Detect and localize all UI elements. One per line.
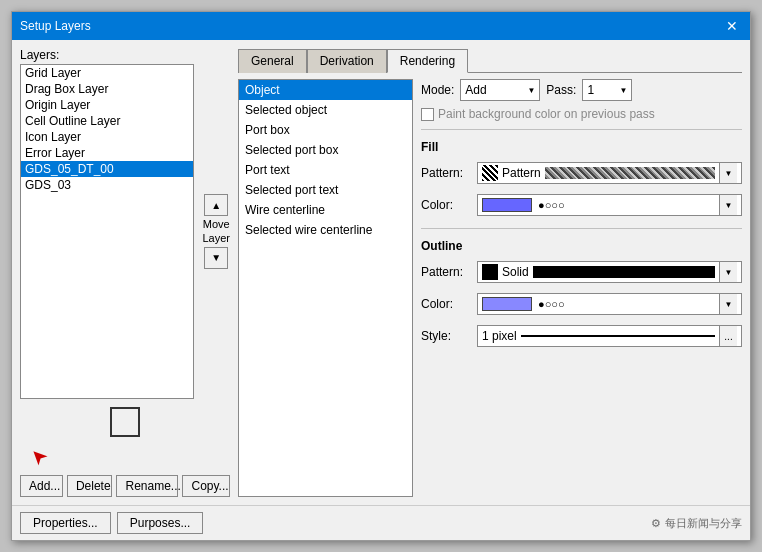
delete-button[interactable]: Delete — [67, 475, 113, 497]
outline-pattern-value: Solid — [502, 265, 529, 279]
render-list-item[interactable]: Object — [239, 80, 412, 100]
add-button[interactable]: Add... — [20, 475, 63, 497]
outline-color-dropdown[interactable]: ▼ — [719, 294, 737, 314]
divider-1 — [421, 129, 742, 130]
style-ctrl[interactable]: 1 pixel ... — [477, 325, 742, 347]
arrow-area: ➤ — [20, 445, 230, 469]
outline-pattern-label: Pattern: — [421, 265, 471, 279]
layer-item[interactable]: Error Layer — [21, 145, 193, 161]
paint-bg-checkbox[interactable] — [421, 108, 434, 121]
render-list-item[interactable]: Wire centerline — [239, 200, 412, 220]
bottom-buttons: Add... Delete Rename... Copy... — [20, 475, 230, 497]
fill-pattern-label: Pattern: — [421, 166, 471, 180]
tab-derivation[interactable]: Derivation — [307, 49, 387, 73]
right-panel: General Derivation Rendering ObjectSelec… — [238, 48, 742, 497]
left-panel: Layers: Grid LayerDrag Box LayerOrigin L… — [20, 48, 230, 497]
style-line — [521, 335, 715, 337]
dialog-title: Setup Layers — [20, 19, 91, 33]
watermark-text: 每日新闻与分享 — [665, 516, 742, 531]
style-row: Style: 1 pixel ... — [421, 325, 742, 347]
fill-color-label: Color: — [421, 198, 471, 212]
properties-button[interactable]: Properties... — [20, 512, 111, 534]
red-arrow-icon: ➤ — [24, 443, 53, 472]
move-layer-label: MoveLayer — [202, 218, 230, 244]
setup-layers-dialog: Setup Layers ✕ Layers: Grid LayerDrag Bo… — [11, 11, 751, 541]
move-up-button[interactable]: ▲ — [204, 194, 228, 216]
title-bar: Setup Layers ✕ — [12, 12, 750, 40]
layer-item[interactable]: Grid Layer — [21, 65, 193, 81]
outline-color-ctrl[interactable]: ●○○○ ▼ — [477, 293, 742, 315]
pass-dropdown-arrow: ▼ — [619, 86, 627, 95]
fill-pattern-ctrl[interactable]: Pattern ▼ — [477, 162, 742, 184]
outline-color-dots: ●○○○ — [538, 298, 713, 310]
style-label: Style: — [421, 329, 471, 343]
mode-dropdown-arrow: ▼ — [527, 86, 535, 95]
layer-item[interactable]: GDS_03 — [21, 177, 193, 193]
pass-select[interactable]: 1 ▼ — [582, 79, 632, 101]
close-button[interactable]: ✕ — [722, 16, 742, 36]
watermark-icon: ⚙ — [651, 517, 661, 530]
fill-color-swatch — [482, 198, 532, 212]
mode-select[interactable]: Add ▼ — [460, 79, 540, 101]
outline-label: Outline — [421, 239, 742, 253]
fill-pattern-row: Pattern: Pattern ▼ — [421, 162, 742, 184]
fill-color-dropdown[interactable]: ▼ — [719, 195, 737, 215]
mode-row: Mode: Add ▼ Pass: 1 ▼ — [421, 79, 742, 101]
layers-row: Grid LayerDrag Box LayerOrigin LayerCell… — [20, 64, 230, 399]
render-list-item[interactable]: Selected object — [239, 100, 412, 120]
footer-left: Properties... Purposes... — [20, 512, 203, 534]
copy-button[interactable]: Copy... — [182, 475, 230, 497]
purposes-button[interactable]: Purposes... — [117, 512, 204, 534]
move-down-button[interactable]: ▼ — [204, 247, 228, 269]
layers-list[interactable]: Grid LayerDrag Box LayerOrigin LayerCell… — [20, 64, 194, 399]
outline-solid-bar — [533, 266, 715, 278]
tab-general[interactable]: General — [238, 49, 307, 73]
outline-color-row: Color: ●○○○ ▼ — [421, 293, 742, 315]
outline-pattern-row: Pattern: Solid ▼ — [421, 261, 742, 283]
outline-pattern-dropdown[interactable]: ▼ — [719, 262, 737, 282]
render-list[interactable]: ObjectSelected objectPort boxSelected po… — [238, 79, 413, 497]
layer-item[interactable]: Drag Box Layer — [21, 81, 193, 97]
footer-right: ⚙ 每日新闻与分享 — [651, 516, 742, 531]
outline-color-label: Color: — [421, 297, 471, 311]
render-list-item[interactable]: Selected port text — [239, 180, 412, 200]
fill-color-dots: ●○○○ — [538, 199, 713, 211]
outline-pattern-ctrl[interactable]: Solid ▼ — [477, 261, 742, 283]
divider-2 — [421, 228, 742, 229]
layer-item[interactable]: GDS_05_DT_00 — [21, 161, 193, 177]
move-controls: ▲ MoveLayer ▼ — [202, 64, 230, 399]
selection-indicator — [110, 407, 140, 437]
fill-pattern-dropdown[interactable]: ▼ — [719, 163, 737, 183]
settings-panel: Mode: Add ▼ Pass: 1 ▼ — [421, 79, 742, 497]
mode-value: Add — [465, 83, 486, 97]
selection-box-area — [20, 403, 230, 441]
outline-pattern-icon — [482, 264, 498, 280]
render-list-item[interactable]: Selected wire centerline — [239, 220, 412, 240]
layer-item[interactable]: Origin Layer — [21, 97, 193, 113]
fill-pattern-value: Pattern — [502, 166, 541, 180]
paint-bg-row: Paint background color on previous pass — [421, 107, 742, 121]
fill-pattern-stripe — [545, 167, 715, 179]
fill-label: Fill — [421, 140, 742, 154]
fill-pattern-icon — [482, 165, 498, 181]
render-list-item[interactable]: Port box — [239, 120, 412, 140]
render-list-item[interactable]: Selected port box — [239, 140, 412, 160]
style-dots-button[interactable]: ... — [719, 326, 737, 346]
dialog-footer: Properties... Purposes... ⚙ 每日新闻与分享 — [12, 505, 750, 540]
style-value: 1 pixel — [482, 329, 517, 343]
layer-item[interactable]: Cell Outline Layer — [21, 113, 193, 129]
paint-bg-label: Paint background color on previous pass — [438, 107, 655, 121]
render-list-item[interactable]: Port text — [239, 160, 412, 180]
tab-rendering[interactable]: Rendering — [387, 49, 468, 73]
fill-color-row: Color: ●○○○ ▼ — [421, 194, 742, 216]
pass-value: 1 — [587, 83, 594, 97]
layers-label: Layers: — [20, 48, 230, 62]
tabs: General Derivation Rendering — [238, 48, 742, 73]
rename-button[interactable]: Rename... — [116, 475, 178, 497]
pass-label: Pass: — [546, 83, 576, 97]
dialog-body: Layers: Grid LayerDrag Box LayerOrigin L… — [12, 40, 750, 505]
mode-label: Mode: — [421, 83, 454, 97]
content-area: ObjectSelected objectPort boxSelected po… — [238, 79, 742, 497]
fill-color-ctrl[interactable]: ●○○○ ▼ — [477, 194, 742, 216]
layer-item[interactable]: Icon Layer — [21, 129, 193, 145]
